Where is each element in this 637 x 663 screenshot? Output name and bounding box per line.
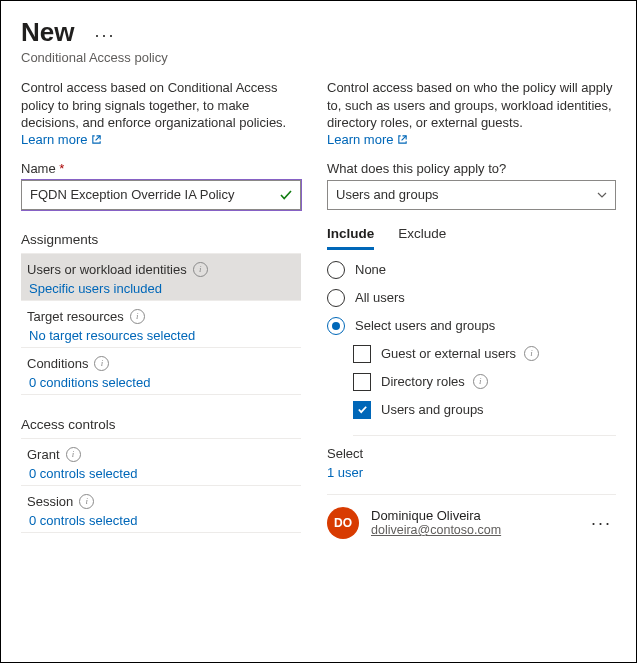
apply-to-value: Users and groups xyxy=(336,187,439,202)
user-row-more-button[interactable]: ··· xyxy=(587,514,616,532)
assignment-target-item[interactable]: Target resources i No target resources s… xyxy=(21,301,301,348)
radio-select-label: Select users and groups xyxy=(355,318,495,333)
assignment-target-title: Target resources xyxy=(27,309,124,324)
session-item[interactable]: Session i 0 controls selected xyxy=(21,486,301,533)
radio-all-label: All users xyxy=(355,290,405,305)
session-status: 0 controls selected xyxy=(27,513,295,528)
tab-exclude[interactable]: Exclude xyxy=(398,220,446,250)
learn-more-link-right[interactable]: Learn more xyxy=(327,132,616,147)
grant-title: Grant xyxy=(27,447,60,462)
assignment-users-status: Specific users included xyxy=(27,281,295,296)
user-email-link[interactable]: doliveira@contoso.com xyxy=(371,523,575,537)
assignment-target-status: No target resources selected xyxy=(27,328,295,343)
assignment-conditions-title: Conditions xyxy=(27,356,88,371)
page-subtitle: Conditional Access policy xyxy=(21,50,616,65)
assignments-heading: Assignments xyxy=(21,232,301,254)
page-title: New xyxy=(21,17,74,48)
learn-more-label: Learn more xyxy=(327,132,393,147)
radio-icon xyxy=(327,261,345,279)
radio-icon xyxy=(327,289,345,307)
check-guest-users[interactable]: Guest or external users i xyxy=(353,345,616,363)
apply-to-label: What does this policy apply to? xyxy=(327,161,616,176)
selected-user-count-link[interactable]: 1 user xyxy=(327,465,616,480)
checkbox-icon xyxy=(353,401,371,419)
right-description: Control access based on who the policy w… xyxy=(327,79,616,132)
grant-status: 0 controls selected xyxy=(27,466,295,481)
checkmark-icon xyxy=(279,188,293,202)
info-icon[interactable]: i xyxy=(473,374,488,389)
learn-more-link-left[interactable]: Learn more xyxy=(21,132,301,147)
assignment-conditions-status: 0 conditions selected xyxy=(27,375,295,390)
info-icon[interactable]: i xyxy=(79,494,94,509)
assignment-users-item[interactable]: Users or workload identities i Specific … xyxy=(21,254,301,301)
assignment-users-title: Users or workload identities xyxy=(27,262,187,277)
check-directory-roles[interactable]: Directory roles i xyxy=(353,373,616,391)
check-roles-label: Directory roles xyxy=(381,374,465,389)
info-icon[interactable]: i xyxy=(524,346,539,361)
chevron-down-icon xyxy=(596,189,608,201)
info-icon[interactable]: i xyxy=(66,447,81,462)
checkbox-icon xyxy=(353,345,371,363)
name-field-label: Name xyxy=(21,161,301,176)
external-link-icon xyxy=(397,134,408,145)
avatar: DO xyxy=(327,507,359,539)
check-guest-label: Guest or external users xyxy=(381,346,516,361)
session-title: Session xyxy=(27,494,73,509)
access-controls-heading: Access controls xyxy=(21,417,301,439)
checkbox-icon xyxy=(353,373,371,391)
selected-user-row[interactable]: DO Dominique Oliveira doliveira@contoso.… xyxy=(327,494,616,539)
user-name: Dominique Oliveira xyxy=(371,508,575,523)
check-users-groups-label: Users and groups xyxy=(381,402,484,417)
assignment-conditions-item[interactable]: Conditions i 0 conditions selected xyxy=(21,348,301,395)
policy-name-input[interactable] xyxy=(21,180,301,210)
radio-all-users[interactable]: All users xyxy=(327,289,616,307)
left-description: Control access based on Conditional Acce… xyxy=(21,79,301,132)
tab-include[interactable]: Include xyxy=(327,220,374,250)
info-icon[interactable]: i xyxy=(94,356,109,371)
radio-none[interactable]: None xyxy=(327,261,616,279)
radio-icon xyxy=(327,317,345,335)
more-actions-button[interactable]: ··· xyxy=(90,26,119,44)
info-icon[interactable]: i xyxy=(193,262,208,277)
radio-select-users[interactable]: Select users and groups xyxy=(327,317,616,335)
radio-none-label: None xyxy=(355,262,386,277)
grant-item[interactable]: Grant i 0 controls selected xyxy=(21,439,301,486)
learn-more-label: Learn more xyxy=(21,132,87,147)
info-icon[interactable]: i xyxy=(130,309,145,324)
apply-to-select[interactable]: Users and groups xyxy=(327,180,616,210)
external-link-icon xyxy=(91,134,102,145)
select-section-label: Select xyxy=(327,446,616,461)
check-users-groups[interactable]: Users and groups xyxy=(353,401,616,419)
